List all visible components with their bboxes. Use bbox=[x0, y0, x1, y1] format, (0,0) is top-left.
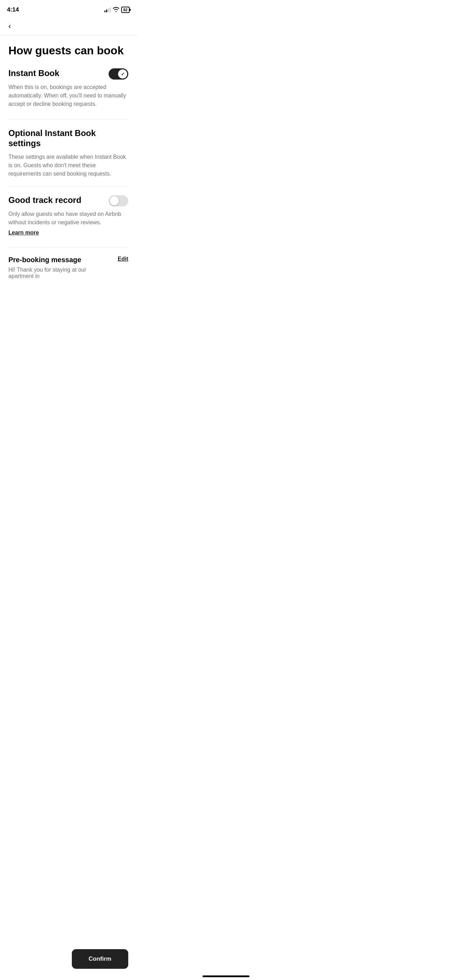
instant-book-toggle-thumb: ✓ bbox=[118, 69, 127, 78]
optional-settings-description: These settings are available when Instan… bbox=[8, 153, 128, 178]
battery-icon: 82 bbox=[121, 7, 130, 13]
signal-icon bbox=[104, 7, 111, 12]
status-bar: 4:14 82 bbox=[0, 0, 137, 18]
prebooking-left: Pre-booking message Hi! Thank you for st… bbox=[8, 256, 112, 279]
status-icons: 82 bbox=[104, 7, 130, 13]
instant-book-description: When this is on, bookings are accepted a… bbox=[8, 83, 128, 108]
good-track-record-toggle[interactable] bbox=[108, 195, 128, 207]
optional-settings-title: Optional Instant Book settings bbox=[8, 128, 128, 149]
learn-more-link[interactable]: Learn more bbox=[8, 229, 39, 236]
divider-2 bbox=[8, 186, 128, 187]
instant-book-toggle-track: ✓ bbox=[108, 68, 128, 80]
wifi-icon bbox=[113, 7, 119, 13]
status-time: 4:14 bbox=[7, 6, 19, 13]
good-track-record-toggle-thumb bbox=[110, 196, 119, 205]
good-track-record-section: Good track record Only allow guests who … bbox=[8, 195, 128, 236]
instant-book-header: Instant Book ✓ bbox=[8, 68, 128, 80]
page-title: How guests can book bbox=[8, 44, 128, 57]
instant-book-title: Instant Book bbox=[8, 68, 108, 78]
main-content: How guests can book Instant Book ✓ When … bbox=[0, 35, 137, 314]
back-button[interactable]: ‹ bbox=[7, 20, 12, 32]
prebooking-title: Pre-booking message bbox=[8, 256, 112, 264]
check-icon: ✓ bbox=[121, 72, 125, 77]
edit-link[interactable]: Edit bbox=[118, 256, 128, 262]
good-track-record-title: Good track record bbox=[8, 195, 108, 205]
divider-1 bbox=[8, 119, 128, 120]
good-track-record-description: Only allow guests who have stayed on Air… bbox=[8, 210, 128, 227]
prebooking-message-section: Pre-booking message Hi! Thank you for st… bbox=[8, 256, 128, 279]
good-track-record-toggle-track bbox=[108, 195, 128, 207]
nav-bar: ‹ bbox=[0, 18, 137, 35]
instant-book-toggle[interactable]: ✓ bbox=[108, 68, 128, 80]
instant-book-section: Instant Book ✓ When this is on, bookings… bbox=[8, 68, 128, 108]
prebooking-preview: Hi! Thank you for staying at our apartme… bbox=[8, 267, 112, 279]
good-track-record-header: Good track record bbox=[8, 195, 128, 207]
optional-settings-section: Optional Instant Book settings These set… bbox=[8, 128, 128, 178]
